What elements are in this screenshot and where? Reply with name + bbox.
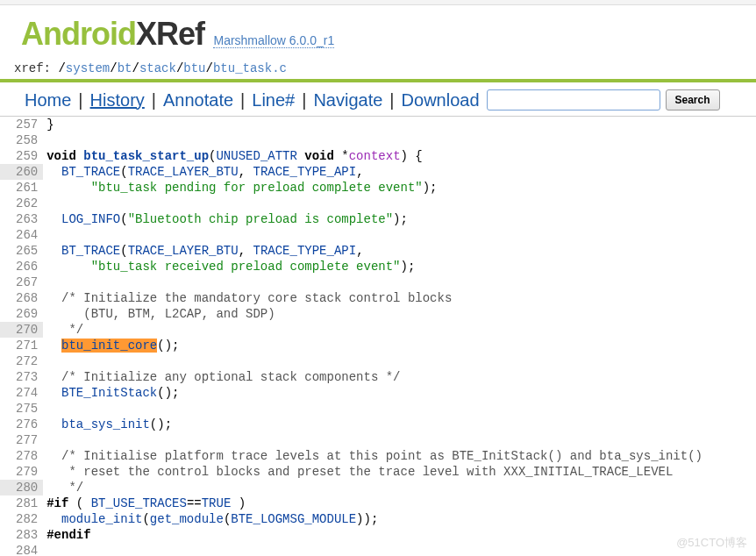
code-line[interactable]: */ bbox=[46, 480, 756, 495]
header: AndroidXRef Marshmallow 6.0.0_r1 bbox=[0, 5, 756, 58]
code-line[interactable]: /* Initialize any optional stack compone… bbox=[46, 369, 756, 385]
code-line[interactable]: BTE_InitStack(); bbox=[46, 385, 756, 401]
code-line[interactable]: BT_TRACE(TRACE_LAYER_BTU, TRACE_TYPE_API… bbox=[46, 243, 756, 259]
nav-navigate[interactable]: Navigate bbox=[313, 90, 382, 110]
line-number[interactable]: 266 bbox=[0, 259, 43, 274]
code-line[interactable] bbox=[46, 353, 756, 369]
line-number[interactable]: 262 bbox=[0, 196, 43, 211]
line-number[interactable]: 257 bbox=[0, 117, 43, 132]
line-number[interactable]: 268 bbox=[0, 290, 43, 306]
code-content[interactable]: } void btu_task_start_up(UNUSED_ATTR voi… bbox=[43, 117, 756, 556]
line-number[interactable]: 269 bbox=[0, 306, 43, 322]
line-number[interactable]: 258 bbox=[0, 132, 43, 148]
breadcrumb-sep: / bbox=[58, 61, 65, 75]
code-line[interactable] bbox=[46, 274, 756, 290]
breadcrumb-sep: / bbox=[206, 61, 213, 75]
nav-sep: | bbox=[240, 90, 245, 110]
line-number[interactable]: 276 bbox=[0, 417, 43, 432]
line-number[interactable]: 265 bbox=[0, 243, 43, 259]
code-line[interactable] bbox=[46, 543, 756, 556]
breadcrumb-link[interactable]: btu_task.c bbox=[213, 61, 287, 75]
search-button[interactable]: Search bbox=[666, 89, 720, 110]
line-number[interactable]: 284 bbox=[0, 543, 43, 556]
line-number[interactable]: 261 bbox=[0, 180, 43, 196]
code-line[interactable] bbox=[46, 432, 756, 448]
breadcrumb-label: xref: bbox=[14, 61, 58, 75]
line-number[interactable]: 272 bbox=[0, 353, 43, 369]
code-line[interactable]: "btu_task received preload complete even… bbox=[46, 259, 756, 274]
nav-sep: | bbox=[302, 90, 306, 110]
line-number[interactable]: 271 bbox=[0, 338, 43, 353]
nav-sep: | bbox=[152, 90, 156, 110]
line-number[interactable]: 281 bbox=[0, 495, 43, 511]
line-number-gutter: 2572582592602612622632642652662672682692… bbox=[0, 117, 43, 556]
code-line[interactable]: (BTU, BTM, L2CAP, and SDP) bbox=[46, 306, 756, 322]
breadcrumb-sep: / bbox=[110, 61, 117, 75]
code-line[interactable]: btu_init_core(); bbox=[46, 338, 756, 353]
code-line[interactable]: #if ( BT_USE_TRACES==TRUE ) bbox=[46, 495, 756, 511]
watermark: @51CTO博客 bbox=[676, 535, 747, 551]
line-number[interactable]: 267 bbox=[0, 274, 43, 290]
code-line[interactable] bbox=[46, 196, 756, 211]
nav-annotate[interactable]: Annotate bbox=[163, 90, 233, 110]
toolbar: Home | History | Annotate | Line# | Navi… bbox=[0, 82, 756, 117]
line-number[interactable]: 259 bbox=[0, 148, 43, 164]
breadcrumb-link[interactable]: btu bbox=[183, 61, 205, 75]
breadcrumb-link[interactable]: bt bbox=[118, 61, 132, 75]
line-number[interactable]: 279 bbox=[0, 464, 43, 480]
code-line[interactable] bbox=[46, 132, 756, 148]
code-line[interactable]: * reset the control blocks and preset th… bbox=[46, 464, 756, 480]
nav-history[interactable]: History bbox=[90, 90, 145, 110]
nav-linenum[interactable]: Line# bbox=[252, 90, 295, 110]
nav-sep: | bbox=[78, 90, 82, 110]
logo-xref: XRef bbox=[136, 16, 204, 52]
line-number[interactable]: 263 bbox=[0, 211, 43, 227]
line-number[interactable]: 274 bbox=[0, 385, 43, 401]
breadcrumb-link[interactable]: system bbox=[66, 61, 110, 75]
code-line[interactable] bbox=[46, 401, 756, 417]
code-area: 2572582592602612622632642652662672682692… bbox=[0, 117, 756, 556]
breadcrumb-link[interactable]: stack bbox=[139, 61, 176, 75]
nav-download[interactable]: Download bbox=[402, 90, 480, 110]
line-number[interactable]: 275 bbox=[0, 401, 43, 417]
code-line[interactable]: "btu_task pending for preload complete e… bbox=[46, 180, 756, 196]
line-number[interactable]: 270 bbox=[0, 322, 43, 338]
code-line[interactable] bbox=[46, 227, 756, 243]
code-line[interactable]: LOG_INFO("Bluetooth chip preload is comp… bbox=[46, 211, 756, 227]
line-number[interactable]: 280 bbox=[0, 480, 43, 495]
code-line[interactable]: void btu_task_start_up(UNUSED_ATTR void … bbox=[46, 148, 756, 164]
nav-home[interactable]: Home bbox=[25, 90, 71, 110]
line-number[interactable]: 278 bbox=[0, 448, 43, 464]
code-line[interactable]: } bbox=[46, 117, 756, 132]
breadcrumb-sep: / bbox=[132, 61, 139, 75]
search-input[interactable] bbox=[487, 89, 660, 110]
code-line[interactable]: bta_sys_init(); bbox=[46, 417, 756, 432]
line-number[interactable]: 283 bbox=[0, 527, 43, 543]
logo-android: Android bbox=[21, 16, 136, 52]
line-number[interactable]: 277 bbox=[0, 432, 43, 448]
code-line[interactable]: BT_TRACE(TRACE_LAYER_BTU, TRACE_TYPE_API… bbox=[46, 164, 756, 180]
line-number[interactable]: 260 bbox=[0, 164, 43, 180]
code-line[interactable]: module_init(get_module(BTE_LOGMSG_MODULE… bbox=[46, 511, 756, 527]
breadcrumb: xref: /system/bt/stack/btu/btu_task.c bbox=[0, 58, 756, 77]
line-number[interactable]: 264 bbox=[0, 227, 43, 243]
code-line[interactable]: #endif bbox=[46, 527, 756, 543]
code-line[interactable]: /* Initialise platform trace levels at t… bbox=[46, 448, 756, 464]
nav-sep: | bbox=[389, 90, 394, 110]
code-line[interactable]: */ bbox=[46, 322, 756, 338]
code-line[interactable]: /* Initialize the mandatory core stack c… bbox=[46, 290, 756, 306]
version-label[interactable]: Marshmallow 6.0.0_r1 bbox=[213, 33, 334, 48]
line-number[interactable]: 282 bbox=[0, 511, 43, 527]
line-number[interactable]: 273 bbox=[0, 369, 43, 385]
